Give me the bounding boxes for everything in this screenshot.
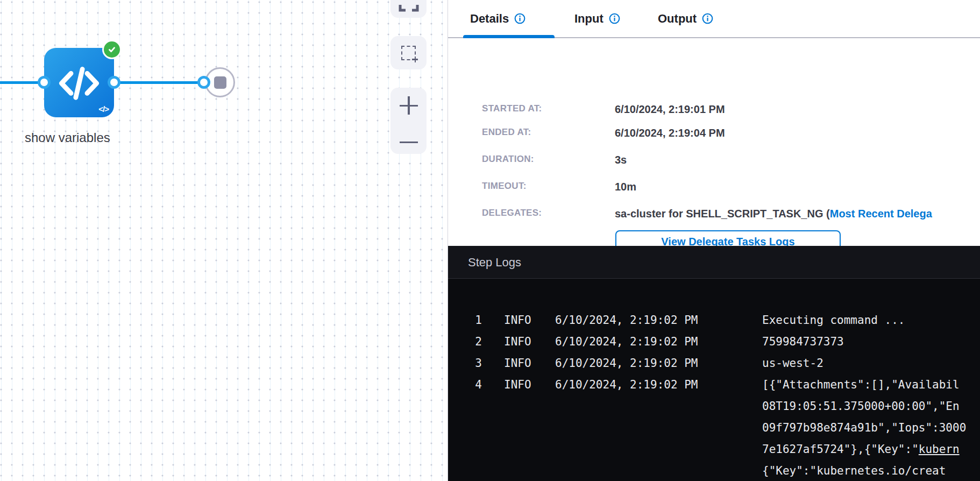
marquee-select-icon [401, 46, 416, 60]
tab-output[interactable]: Output [658, 0, 713, 37]
log-line-continuation: {"Key":"kubernetes.io/creat [448, 460, 980, 481]
info-icon[interactable] [702, 13, 713, 24]
log-level: INFO [504, 309, 531, 331]
step-node-show-variables[interactable]: </> [44, 48, 114, 117]
zoom-out-button[interactable] [400, 142, 418, 144]
log-line: 1 INFO 6/10/2024, 2:19:02 PM Executing c… [448, 309, 980, 331]
log-message: 759984737373 [762, 331, 844, 352]
log-line-continuation: 09f797b98e874a91b","Iops":3000 [448, 417, 980, 438]
fit-to-screen-button[interactable] [390, 0, 427, 18]
log-line: 2 INFO 6/10/2024, 2:19:02 PM 75998473737… [448, 331, 980, 352]
log-message: {"Key":"kubernetes.io/creat [762, 460, 946, 481]
info-icon[interactable] [609, 13, 620, 24]
info-icon[interactable] [514, 13, 525, 24]
detail-value: 10m [615, 181, 636, 193]
step-node-label: show variables [25, 130, 110, 145]
log-timestamp: 6/10/2024, 2:19:02 PM [555, 331, 698, 352]
log-timestamp: 6/10/2024, 2:19:02 PM [555, 309, 698, 331]
detail-value: 3s [615, 154, 627, 166]
tab-input-label: Input [574, 12, 603, 26]
zoom-in-button[interactable] [400, 96, 418, 115]
success-check-icon [102, 40, 122, 59]
log-line: 4 INFO 6/10/2024, 2:19:02 PM [{"Attachme… [448, 374, 980, 395]
tab-details[interactable]: Details [470, 0, 525, 37]
step-logs-title: Step Logs [448, 246, 980, 279]
log-level: INFO [504, 374, 531, 395]
log-link[interactable]: kubern [919, 443, 960, 456]
most-recent-delegate-link[interactable]: Most Recent Delega [830, 208, 932, 220]
detail-value: 6/10/2024, 2:19:04 PM [615, 127, 725, 139]
tab-details-label: Details [470, 12, 509, 26]
fit-to-screen-icon [397, 5, 420, 13]
end-node-port[interactable] [197, 76, 210, 89]
step-details-panel: Details Input [448, 0, 980, 481]
zoom-controls [390, 88, 427, 154]
log-line-number: 1 [473, 309, 482, 331]
active-tab-indicator [463, 35, 555, 38]
detail-label: DELEGATES: [482, 208, 542, 218]
tab-input[interactable]: Input [574, 0, 620, 37]
tab-output-label: Output [658, 12, 697, 26]
log-message: 7e1627af5724"},{"Key":"kubern [762, 438, 960, 460]
log-line-number: 4 [473, 374, 482, 395]
pipeline-canvas[interactable]: </> show variables [0, 0, 448, 481]
log-message: 08T19:05:51.375000+00:00","En [762, 395, 960, 417]
detail-label: ENDED AT: [482, 127, 531, 138]
log-message: [{"Attachments":[],"Availabil [762, 374, 960, 395]
detail-label: DURATION: [482, 154, 534, 165]
shell-script-type-icon: </> [98, 104, 109, 114]
node-port-left[interactable] [38, 76, 51, 89]
edge-outgoing [114, 81, 205, 84]
stop-square-icon [214, 76, 226, 89]
log-timestamp: 6/10/2024, 2:19:02 PM [555, 374, 698, 395]
log-message: Executing command ... [762, 309, 905, 331]
log-line-continuation: 7e1627af5724"},{"Key":"kubern [448, 438, 980, 460]
detail-label: TIMEOUT: [482, 181, 527, 192]
step-logs-panel: Step Logs 1 INFO 6/10/2024, 2:19:02 PM E… [448, 246, 980, 481]
log-body[interactable]: 1 INFO 6/10/2024, 2:19:02 PM Executing c… [448, 279, 980, 481]
log-timestamp: 6/10/2024, 2:19:02 PM [555, 352, 698, 374]
log-line-number: 3 [473, 352, 482, 374]
log-level: INFO [504, 352, 531, 374]
node-port-right[interactable] [108, 76, 120, 89]
detail-value: sa-cluster for SHELL_SCRIPT_TASK_NG (Mos… [615, 208, 932, 220]
log-line-number: 2 [473, 331, 482, 352]
detail-value: 6/10/2024, 2:19:01 PM [615, 103, 725, 116]
log-message: 09f797b98e874a91b","Iops":3000 [762, 417, 966, 438]
log-message: us-west-2 [762, 352, 823, 374]
log-message-text: 7e1627af5724"},{"Key":" [762, 443, 919, 456]
log-line-continuation: 08T19:05:51.375000+00:00","En [448, 395, 980, 417]
detail-label: STARTED AT: [482, 103, 542, 114]
delegate-text: sa-cluster for SHELL_SCRIPT_TASK_NG ( [615, 208, 830, 220]
plus-icon [412, 56, 418, 62]
details-tab-bar: Details Input [448, 0, 980, 38]
log-level: INFO [504, 331, 531, 352]
pipeline-execution-view: </> show variables [0, 0, 980, 481]
log-line: 3 INFO 6/10/2024, 2:19:02 PM us-west-2 [448, 352, 980, 374]
marquee-select-button[interactable] [390, 36, 427, 69]
code-icon [55, 59, 103, 107]
